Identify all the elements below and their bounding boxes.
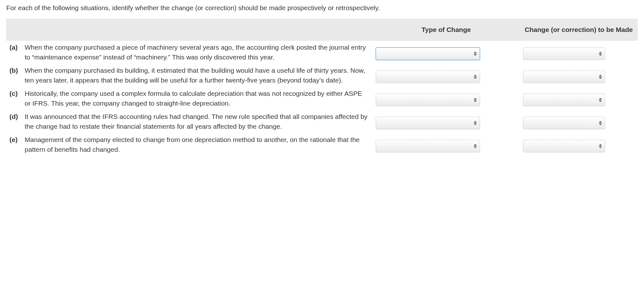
item-text: Historically, the company used a complex… xyxy=(25,89,369,108)
correction-select[interactable] xyxy=(523,71,605,83)
table-row: (b) When the company purchased its build… xyxy=(6,64,638,87)
table-row: (a) When the company purchased a piece o… xyxy=(6,41,638,64)
table-row: (e) Management of the company elected to… xyxy=(6,133,638,156)
item-label: (d) xyxy=(9,112,25,132)
type-of-change-select[interactable] xyxy=(376,71,480,83)
type-of-change-select[interactable] xyxy=(376,47,480,60)
correction-select[interactable] xyxy=(523,94,605,106)
table-row: (c) Historically, the company used a com… xyxy=(6,87,638,110)
item-text: It was announced that the IFRS accountin… xyxy=(25,112,369,132)
correction-select[interactable] xyxy=(523,140,605,152)
questions-table: Type of Change Change (or correction) to… xyxy=(6,19,638,156)
item-label: (c) xyxy=(9,89,25,108)
header-description xyxy=(6,19,373,40)
type-of-change-select[interactable] xyxy=(376,117,480,129)
item-label: (e) xyxy=(9,135,25,155)
item-text: When the company purchased a piece of ma… xyxy=(25,42,369,62)
header-type-of-change: Type of Change xyxy=(373,19,520,40)
item-text: Management of the company elected to cha… xyxy=(25,135,369,155)
type-of-change-select[interactable] xyxy=(376,140,480,152)
item-label: (b) xyxy=(9,65,25,85)
table-row: (d) It was announced that the IFRS accou… xyxy=(6,110,638,133)
correction-select[interactable] xyxy=(523,47,605,60)
item-label: (a) xyxy=(9,42,25,62)
header-correction: Change (or correction) to be Made xyxy=(520,19,638,40)
item-text: When the company purchased its building,… xyxy=(25,65,369,85)
instruction-text: For each of the following situations, id… xyxy=(6,3,638,12)
correction-select[interactable] xyxy=(523,117,605,129)
type-of-change-select[interactable] xyxy=(376,94,480,106)
